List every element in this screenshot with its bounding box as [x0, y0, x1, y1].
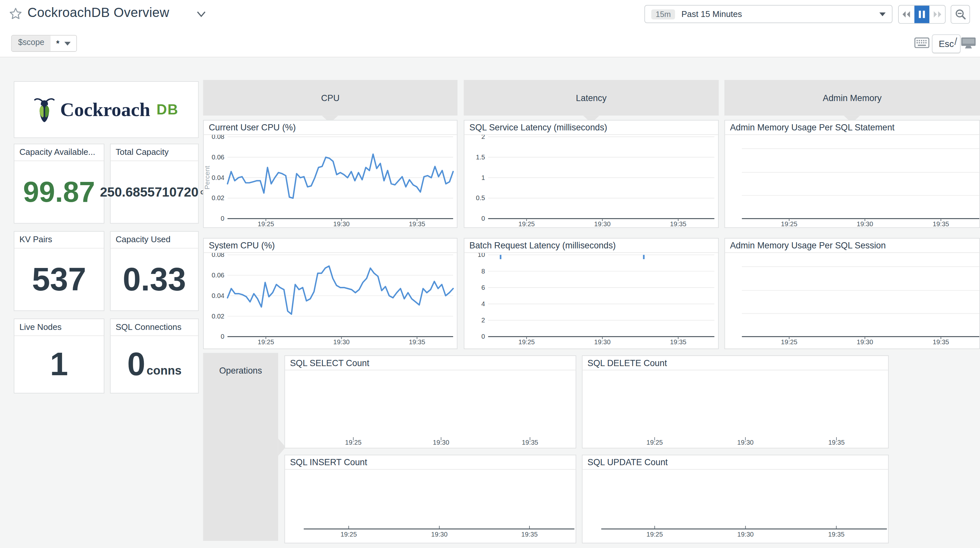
svg-text:19:30: 19:30: [857, 220, 873, 227]
svg-text:19:30: 19:30: [737, 531, 754, 538]
chart-admin-memory-statement[interactable]: 19:2519:3019:35: [725, 135, 979, 227]
chart-panel-system-cpu[interactable]: System CPU (%) 00.020.040.060.0819:2519:…: [203, 238, 458, 349]
slash-separator: /: [954, 36, 957, 47]
scope-caret-icon: [64, 41, 70, 45]
time-range-label: Past 15 Minutes: [681, 10, 742, 19]
logo-suffix: DB: [157, 101, 179, 118]
svg-text:0.02: 0.02: [212, 194, 224, 202]
chart-title: System CPU (%): [204, 238, 457, 253]
svg-text:19:30: 19:30: [857, 338, 873, 346]
title-chevron-down-icon[interactable]: [196, 11, 207, 18]
chart-admin-memory-session[interactable]: 19:2519:3019:35: [725, 253, 979, 348]
stat-unit: conns: [146, 364, 181, 378]
chart-panel-current-user-cpu[interactable]: Current User CPU (%) 00.020.040.060.0819…: [203, 120, 458, 228]
chart-current-user-cpu[interactable]: 00.020.040.060.0819:2519:3019:35Percent: [204, 135, 457, 227]
stat-capacity-available[interactable]: Capacity Available... 99.87: [14, 144, 104, 224]
svg-text:19:35: 19:35: [521, 531, 538, 538]
time-forward-button[interactable]: [929, 6, 945, 23]
svg-text:0.06: 0.06: [212, 154, 224, 161]
stat-kv-pairs[interactable]: KV Pairs 537: [14, 231, 104, 311]
scope-variable-name: $scope: [12, 35, 51, 51]
svg-text:19:25: 19:25: [519, 220, 535, 227]
chart-title: SQL Service Latency (milliseconds): [464, 121, 718, 135]
svg-text:19:30: 19:30: [737, 439, 754, 446]
stat-live-nodes[interactable]: Live Nodes 1: [14, 319, 104, 394]
group-label: Operations: [203, 365, 278, 376]
pause-button[interactable]: [914, 6, 929, 23]
group-label: Admin Memory: [823, 92, 881, 103]
zoom-out-button[interactable]: [951, 5, 970, 24]
chart-panel-sql-delete-count[interactable]: SQL DELETE Count 19:2519:3019:35: [582, 355, 889, 448]
group-header-cpu[interactable]: CPU: [203, 80, 458, 115]
svg-text:0.08: 0.08: [212, 135, 224, 140]
chart-batch-request-latency[interactable]: 024681019:2519:3019:35: [464, 253, 718, 348]
svg-text:1.5: 1.5: [476, 154, 485, 161]
svg-text:8: 8: [481, 268, 485, 275]
group-header-latency[interactable]: Latency: [464, 80, 719, 115]
stat-label: Capacity Used: [111, 232, 198, 249]
logo-word: Cockroach: [60, 98, 150, 121]
time-range-badge: 15m: [651, 9, 675, 19]
time-back-button[interactable]: [899, 6, 914, 23]
chart-panel-sql-insert-count[interactable]: SQL INSERT Count 19:2519:3019:35: [285, 455, 576, 543]
chart-panel-admin-memory-session[interactable]: Admin Memory Usage Per SQL Session 19:25…: [724, 238, 980, 349]
chart-title: Admin Memory Usage Per SQL Statement: [725, 121, 979, 135]
svg-text:0: 0: [481, 333, 485, 340]
top-bar: CockroachDB Overview 15m Past 15 Minutes: [0, 0, 980, 29]
svg-text:19:25: 19:25: [345, 439, 361, 446]
stat-capacity-used[interactable]: Capacity Used 0.33: [110, 231, 199, 311]
svg-text:19:35: 19:35: [828, 439, 845, 446]
time-nav-buttons: [898, 5, 946, 24]
stat-value: 99.87: [23, 178, 95, 206]
stat-total-capacity[interactable]: Total Capacity 250.6855710720GB: [110, 144, 199, 224]
svg-text:1: 1: [481, 174, 485, 181]
chart-sql-delete-count[interactable]: 19:2519:3019:35: [583, 370, 888, 448]
svg-text:19:35: 19:35: [522, 439, 538, 446]
chart-panel-sql-update-count[interactable]: SQL UPDATE Count 19:2519:3019:35: [582, 455, 889, 543]
keyboard-shortcuts-icon[interactable]: [915, 38, 929, 48]
svg-text:19:25: 19:25: [781, 338, 797, 346]
chart-panel-sql-service-latency[interactable]: SQL Service Latency (milliseconds) 00.51…: [464, 120, 719, 228]
chart-panel-batch-request-latency[interactable]: Batch Request Latency (milliseconds) 024…: [464, 238, 719, 349]
stat-sql-connections[interactable]: SQL Connections 0conns: [110, 319, 199, 394]
svg-text:2: 2: [481, 135, 485, 140]
svg-text:19:25: 19:25: [781, 220, 797, 227]
svg-text:0: 0: [221, 333, 224, 340]
svg-text:19:25: 19:25: [258, 338, 274, 346]
svg-text:4: 4: [481, 300, 485, 307]
chart-sql-service-latency[interactable]: 00.511.5219:2519:3019:35: [464, 135, 718, 227]
svg-text:19:35: 19:35: [828, 531, 844, 538]
group-header-operations[interactable]: Operations: [203, 353, 278, 541]
time-range-caret-icon: [880, 12, 886, 16]
cockroachdb-logo-card[interactable]: Cockroach DB: [14, 81, 199, 138]
stat-value: 0.33: [123, 264, 186, 295]
scope-variable-value[interactable]: *: [51, 35, 76, 51]
chart-panel-admin-memory-statement[interactable]: Admin Memory Usage Per SQL Statement 19:…: [724, 120, 980, 228]
svg-text:19:35: 19:35: [409, 338, 425, 346]
cockroachdb-bug-icon: [34, 95, 55, 124]
chart-sql-update-count[interactable]: 19:2519:3019:35: [583, 470, 888, 543]
dashboard-stage: CockroachDB Overview 15m Past 15 Minutes: [0, 0, 980, 548]
svg-text:0.02: 0.02: [212, 313, 224, 320]
chart-system-cpu[interactable]: 00.020.040.060.0819:2519:3019:35: [204, 253, 457, 348]
group-label: Latency: [576, 92, 606, 103]
svg-text:19:30: 19:30: [594, 220, 610, 227]
svg-text:0.08: 0.08: [212, 253, 224, 258]
chart-panel-sql-select-count[interactable]: SQL SELECT Count 19:2519:3019:35: [285, 355, 576, 448]
svg-text:0.04: 0.04: [212, 292, 224, 299]
tv-mode-icon[interactable]: [961, 37, 977, 49]
esc-key-label: Esc: [939, 39, 954, 49]
page-title: CockroachDB Overview: [27, 5, 169, 20]
chart-sql-insert-count[interactable]: 19:2519:3019:35: [285, 470, 576, 543]
chart-sql-select-count[interactable]: 19:2519:3019:35: [285, 370, 576, 448]
chart-title: Admin Memory Usage Per SQL Session: [725, 238, 979, 253]
group-header-admin-memory[interactable]: Admin Memory: [724, 80, 980, 115]
svg-text:19:35: 19:35: [933, 220, 949, 227]
svg-text:19:30: 19:30: [433, 439, 449, 446]
group-label: CPU: [321, 92, 340, 103]
template-variable-scope[interactable]: $scope *: [11, 35, 77, 52]
time-range-selector[interactable]: 15m Past 15 Minutes: [644, 5, 892, 23]
svg-text:19:25: 19:25: [647, 531, 663, 538]
stat-label: Live Nodes: [14, 319, 104, 336]
favorite-star-icon[interactable]: [9, 7, 22, 21]
